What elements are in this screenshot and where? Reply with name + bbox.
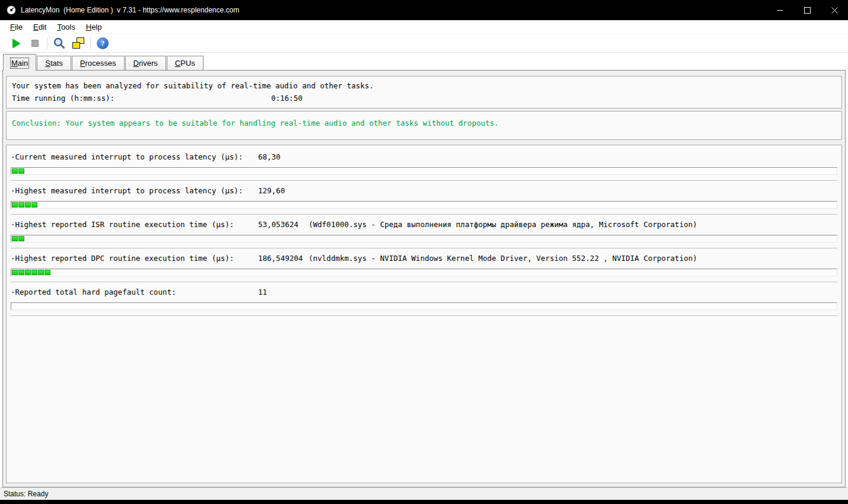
metric-value: 53,053624 xyxy=(258,218,309,231)
tab-stats[interactable]: Stats xyxy=(37,56,71,70)
isr-meter-bar xyxy=(11,235,837,243)
metric-value: 129,60 xyxy=(258,184,309,197)
latency-meter-bar xyxy=(11,167,837,175)
time-running-label: Time running (h:mm:ss): xyxy=(12,92,271,104)
maximize-button[interactable] xyxy=(793,0,821,20)
metric-current-latency: ·Current measured interrupt to process l… xyxy=(11,147,837,181)
metric-driver-info: (nvlddmkm.sys - NVIDIA Windows Kernel Mo… xyxy=(309,252,837,264)
metric-label: ·Reported total hard pagefault count: xyxy=(11,286,258,298)
metric-label: ·Highest measured interrupt to process l… xyxy=(11,184,258,197)
dpc-meter-bar xyxy=(11,269,837,276)
metric-driver-info xyxy=(309,151,837,163)
metric-label: ·Highest reported DPC routine execution … xyxy=(11,252,258,264)
bottom-edge xyxy=(0,500,848,504)
latency-meter-bar xyxy=(11,201,837,209)
main-tab-page: Your system has been analyzed for suitab… xyxy=(2,70,846,487)
help-icon: ? xyxy=(97,37,109,49)
status-bar: Status: Ready xyxy=(0,487,848,500)
tab-cpus[interactable]: CPUs xyxy=(167,56,204,70)
time-running-row: Time running (h:mm:ss): 0:16:50 xyxy=(12,92,836,104)
menu-edit[interactable]: Edit xyxy=(28,21,52,33)
metrics-panel: ·Current measured interrupt to process l… xyxy=(6,145,842,483)
stop-icon xyxy=(31,40,39,47)
menu-tools[interactable]: Tools xyxy=(52,21,80,33)
toolbar-separator xyxy=(90,37,91,49)
menu-bar: File Edit Tools Help xyxy=(0,20,848,34)
toolbar: ? xyxy=(0,34,848,53)
toolbar-separator xyxy=(47,37,47,49)
metric-label: ·Highest reported ISR routine execution … xyxy=(11,218,258,231)
metric-driver-info xyxy=(309,184,837,197)
status-text: Status: Ready xyxy=(4,490,48,498)
tab-bar: Main Stats Processes Drivers CPUs xyxy=(0,53,848,70)
window-title: LatencyMon (Home Edition ) v 7.31 - http… xyxy=(21,6,239,14)
tab-drivers[interactable]: Drivers xyxy=(125,56,166,70)
tab-processes[interactable]: Processes xyxy=(72,56,125,70)
time-running-value: 0:16:50 xyxy=(271,92,303,104)
analysis-text: Your system has been analyzed for suitab… xyxy=(12,79,836,92)
copy-windows-button[interactable] xyxy=(70,36,87,51)
app-icon xyxy=(7,5,16,15)
metric-highest-isr: ·Highest reported ISR routine execution … xyxy=(11,215,837,248)
close-button[interactable] xyxy=(821,0,848,20)
minimize-button[interactable] xyxy=(766,0,793,20)
play-icon xyxy=(12,39,20,48)
menu-file[interactable]: File xyxy=(5,21,28,33)
metric-value: 186,549204 xyxy=(258,252,309,264)
metric-hard-pagefaults: ·Reported total hard pagefault count: 11 xyxy=(11,282,837,316)
tools-icon xyxy=(53,37,66,50)
tab-main[interactable]: Main xyxy=(3,54,36,71)
copy-windows-icon xyxy=(72,37,84,49)
pagefault-meter-bar xyxy=(11,302,837,310)
metric-driver-info xyxy=(309,286,837,298)
metric-value: 68,30 xyxy=(258,151,309,163)
tools-button[interactable] xyxy=(51,36,68,51)
title-bar: LatencyMon (Home Edition ) v 7.31 - http… xyxy=(0,0,848,20)
metric-highest-dpc: ·Highest reported DPC routine execution … xyxy=(11,248,837,282)
metric-value: 11 xyxy=(258,286,309,298)
conclusion-text: Conclusion: Your system appears to be su… xyxy=(12,117,836,129)
start-monitor-button[interactable] xyxy=(8,36,24,51)
metric-highest-latency: ·Highest measured interrupt to process l… xyxy=(11,181,837,215)
menu-help[interactable]: Help xyxy=(81,21,107,33)
metric-driver-info: (Wdf01000.sys - Среда выполнения платфор… xyxy=(309,218,837,231)
metric-label: ·Current measured interrupt to process l… xyxy=(11,151,258,163)
analysis-panel: Your system has been analyzed for suitab… xyxy=(6,76,842,109)
stop-monitor-button xyxy=(27,36,43,51)
conclusion-panel: Conclusion: Your system appears to be su… xyxy=(6,111,842,140)
latencymon-window: LatencyMon (Home Edition ) v 7.31 - http… xyxy=(0,0,848,504)
window-controls xyxy=(766,0,848,20)
help-button[interactable]: ? xyxy=(94,36,111,51)
